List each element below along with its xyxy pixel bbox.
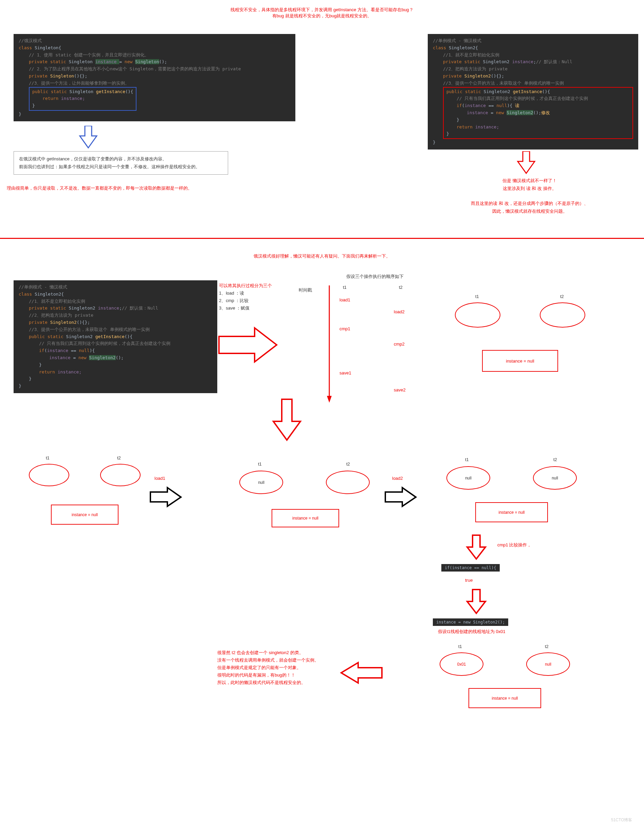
tl-cmp1: cmp1 xyxy=(339,326,350,331)
arrow-down-icon xyxy=(271,398,302,442)
fc-inst: instance = null xyxy=(475,502,548,522)
fd-o1: 0x01 xyxy=(440,652,483,676)
header-text: 线程安不安全，具体指的是多线程环境下，并发调用 getInstance 方法。看… xyxy=(0,7,644,19)
lazy-explain: 但是 懒汉模式就不一样了！ 这里涉及到 读 和 改 操作。 而且这里的读 和 改… xyxy=(434,177,625,215)
th-t1: t1 xyxy=(343,285,347,290)
fd-o2: null xyxy=(526,652,570,676)
section-divider xyxy=(0,238,644,239)
state-t2: t2 xyxy=(560,294,564,299)
fa-t1: t1 xyxy=(46,455,49,460)
fb-load2: load2 xyxy=(392,476,403,481)
code-lazy-2: //单例模式 - 懒汉模式 class Singleton2{ //1、就不是立… xyxy=(14,280,217,393)
section2-header: 饿汉模式很好理解，懒汉可能还有人有疑问。下面我们再来解析一下。 xyxy=(0,253,644,259)
time-label: 时间戳 xyxy=(299,287,312,293)
eager-explain-box: 在饿汉模式中 getInstance，仅仅是读取了变量的内容，并不涉及修改内容。… xyxy=(14,151,228,175)
arrow-down-icon xyxy=(465,588,488,615)
fc-o2: null xyxy=(533,466,577,490)
true-label: true xyxy=(465,578,472,583)
th-t2: t2 xyxy=(399,285,403,290)
arrow-right-icon xyxy=(217,326,278,364)
conclusion: 很显然 t2 也会去创建一个 singleton2 的类。 没有一个线程去调用单… xyxy=(217,649,319,686)
fb-t2: t2 xyxy=(346,461,350,467)
tl-load2: load2 xyxy=(394,309,405,314)
fb-inst: instance = null xyxy=(271,509,339,527)
code-eager: //饿汉模式 class Singleton{ // 1、使用 static 创… xyxy=(14,34,295,121)
arrow-left-icon xyxy=(339,661,383,685)
fb-o2 xyxy=(326,470,370,494)
tl-save2: save2 xyxy=(394,387,406,392)
header-l1: 线程安不安全，具体指的是多线程环境下，并发调用 getInstance 方法。看… xyxy=(0,7,644,13)
fc-o1: null xyxy=(446,466,490,490)
state-instance: instance = null xyxy=(482,350,558,372)
addr-label: 假设t1线程创建的线程地址为 0x01 xyxy=(438,629,506,635)
fd-t2: t2 xyxy=(545,644,549,649)
timeline-title: 假设三个操作执行的顺序如下 xyxy=(346,274,404,280)
fb-o1: null xyxy=(239,470,283,494)
tl-save1: save1 xyxy=(339,370,351,375)
state-t1: t1 xyxy=(475,294,479,299)
arrow-right-icon xyxy=(149,486,182,508)
fc-t2: t2 xyxy=(554,457,557,462)
steps-text: 可以将其执行过程分为三个 1、load ：读 2、cmp ：比较 3、save … xyxy=(219,282,272,312)
tl-load1: load1 xyxy=(339,297,350,303)
timeline-axis xyxy=(326,286,333,404)
arrow-down-icon xyxy=(516,151,537,175)
if-code: if(instance == null){ xyxy=(441,564,500,572)
fa-inst: instance = null xyxy=(51,504,118,525)
new-code: instance = new Singleton2(); xyxy=(433,618,508,626)
header-l2: 有bug 就是线程不安全的，无bug就是线程安全的。 xyxy=(0,13,644,19)
fc-t1: t1 xyxy=(465,457,469,462)
tl-cmp2: cmp2 xyxy=(394,341,405,347)
fd-t1: t1 xyxy=(458,644,462,649)
state-t2-oval xyxy=(540,303,585,327)
fd-inst: instance = null xyxy=(469,688,541,708)
fa-t2: t2 xyxy=(117,455,121,460)
eager-reason: 理由很简单，你只是读取，又不是改。数据一直都是不变的，即每一次读取的数据都是一样… xyxy=(7,185,192,191)
arrow-right-icon xyxy=(383,486,417,508)
state-t1-oval xyxy=(455,303,500,327)
arrow-down-icon xyxy=(78,126,98,149)
code-lazy: //单例模式 - 懒汉模式 class Singleton2{ //1、就不是立… xyxy=(428,34,638,149)
fa-o1 xyxy=(29,464,69,486)
watermark: 51CTO博客 xyxy=(611,817,632,823)
arrow-down-icon xyxy=(465,533,488,561)
fa-o2 xyxy=(100,464,141,486)
fa-load1: load1 xyxy=(155,476,165,481)
cmp1-label: cmp1 比较操作， xyxy=(497,542,531,548)
fb-t1: t1 xyxy=(258,461,262,467)
